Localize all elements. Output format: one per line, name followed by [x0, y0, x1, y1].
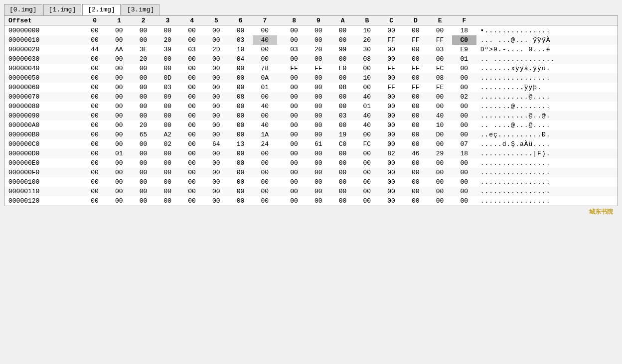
hex-cell[interactable]: 00 [204, 54, 228, 64]
hex-cell[interactable]: 00 [428, 168, 452, 177]
hex-cell[interactable]: 00 [253, 196, 277, 206]
hex-cell[interactable]: 00 [379, 196, 404, 206]
hex-cell[interactable]: 00 [330, 102, 355, 111]
hex-cell[interactable]: 00 [83, 26, 107, 36]
hex-cell[interactable]: 20 [156, 35, 180, 45]
hex-cell[interactable]: 00 [428, 177, 452, 187]
hex-cell[interactable]: 00 [306, 196, 330, 206]
hex-cell[interactable]: 00 [107, 121, 131, 130]
hex-cell[interactable]: FF [403, 83, 428, 92]
tab-3img[interactable]: [3.img] [122, 4, 160, 15]
hex-cell[interactable]: 00 [107, 158, 131, 168]
hex-cell[interactable]: 00 [156, 149, 180, 158]
hex-cell[interactable]: 00 [379, 187, 404, 196]
hex-cell[interactable]: 00 [330, 177, 355, 187]
hex-cell[interactable]: 00 [403, 187, 428, 196]
hex-cell[interactable]: 00 [379, 121, 404, 130]
hex-cell[interactable]: E9 [452, 45, 476, 54]
hex-cell[interactable]: 39 [156, 45, 180, 54]
hex-cell[interactable]: 00 [204, 177, 228, 187]
hex-cell[interactable]: FF [379, 64, 404, 73]
hex-cell[interactable]: 00 [107, 102, 131, 111]
hex-cell[interactable]: 00 [452, 64, 476, 73]
hex-cell[interactable]: 29 [428, 149, 452, 158]
hex-cell[interactable]: 00 [228, 73, 253, 83]
hex-cell[interactable]: 00 [428, 158, 452, 168]
hex-cell[interactable]: 00 [204, 121, 228, 130]
hex-cell[interactable]: 00 [452, 168, 476, 177]
hex-cell[interactable]: 00 [228, 168, 253, 177]
hex-cell[interactable]: FE [428, 83, 452, 92]
hex-cell[interactable]: 00 [253, 168, 277, 177]
hex-cell[interactable]: 00 [282, 187, 307, 196]
hex-cell[interactable]: 40 [428, 111, 452, 121]
hex-cell[interactable]: 00 [107, 177, 131, 187]
hex-cell[interactable]: 00 [330, 54, 355, 64]
hex-cell[interactable]: 00 [180, 92, 204, 102]
hex-cell[interactable]: 20 [355, 35, 379, 45]
hex-cell[interactable]: FF [282, 64, 307, 73]
hex-cell[interactable]: 00 [180, 83, 204, 92]
hex-cell[interactable]: 08 [355, 54, 379, 64]
hex-cell[interactable]: 00 [452, 158, 476, 168]
hex-cell[interactable]: 08 [330, 83, 355, 92]
hex-cell[interactable]: 00 [428, 54, 452, 64]
hex-cell[interactable]: 00 [204, 196, 228, 206]
hex-cell[interactable]: 00 [204, 26, 228, 36]
hex-cell[interactable]: 00 [83, 168, 107, 177]
hex-cell[interactable]: 01 [355, 102, 379, 111]
hex-cell[interactable]: 00 [131, 83, 156, 92]
hex-cell[interactable]: 64 [204, 139, 228, 149]
hex-cell[interactable]: 00 [204, 92, 228, 102]
hex-cell[interactable]: 00 [282, 92, 307, 102]
hex-cell[interactable]: 00 [156, 54, 180, 64]
hex-cell[interactable]: 00 [180, 158, 204, 168]
hex-cell[interactable]: 00 [228, 102, 253, 111]
hex-cell[interactable]: 00 [355, 187, 379, 196]
hex-cell[interactable]: 00 [156, 102, 180, 111]
hex-cell[interactable]: 00 [306, 92, 330, 102]
hex-cell[interactable]: 00 [330, 187, 355, 196]
hex-cell[interactable]: 00 [306, 35, 330, 45]
hex-cell[interactable]: 00 [428, 187, 452, 196]
hex-cell[interactable]: 00 [452, 73, 476, 83]
hex-cell[interactable]: 00 [403, 158, 428, 168]
hex-cell[interactable]: 40 [355, 92, 379, 102]
hex-cell[interactable]: 00 [253, 187, 277, 196]
hex-cell[interactable]: 08 [228, 92, 253, 102]
hex-cell[interactable]: 00 [330, 92, 355, 102]
hex-cell[interactable]: 00 [428, 102, 452, 111]
hex-cell[interactable]: 18 [452, 26, 476, 36]
hex-cell[interactable]: 00 [131, 111, 156, 121]
hex-cell[interactable]: 40 [253, 35, 277, 45]
hex-cell[interactable]: 40 [253, 102, 277, 111]
hex-cell[interactable]: FF [379, 35, 404, 45]
hex-cell[interactable]: 03 [156, 83, 180, 92]
hex-cell[interactable]: 00 [306, 149, 330, 158]
hex-cell[interactable]: FF [379, 83, 404, 92]
hex-cell[interactable]: 04 [228, 54, 253, 64]
hex-cell[interactable]: 00 [131, 64, 156, 73]
hex-cell[interactable]: 00 [83, 149, 107, 158]
hex-cell[interactable]: 00 [379, 102, 404, 111]
hex-cell[interactable]: 03 [282, 45, 307, 54]
hex-cell[interactable]: 00 [330, 26, 355, 36]
hex-cell[interactable]: 00 [355, 130, 379, 139]
hex-cell[interactable]: 00 [306, 83, 330, 92]
hex-cell[interactable]: 00 [156, 121, 180, 130]
hex-cell[interactable]: 00 [204, 111, 228, 121]
hex-cell[interactable]: 00 [306, 73, 330, 83]
hex-cell[interactable]: 00 [428, 26, 452, 36]
hex-cell[interactable]: 00 [131, 102, 156, 111]
hex-cell[interactable]: 00 [330, 73, 355, 83]
hex-cell[interactable]: 00 [83, 196, 107, 206]
hex-cell[interactable]: 40 [253, 121, 277, 130]
hex-cell[interactable]: 00 [330, 158, 355, 168]
hex-cell[interactable]: 00 [379, 158, 404, 168]
hex-cell[interactable]: 00 [452, 111, 476, 121]
hex-cell[interactable]: 00 [83, 177, 107, 187]
hex-cell[interactable]: 00 [253, 158, 277, 168]
hex-cell[interactable]: 00 [107, 196, 131, 206]
hex-cell[interactable]: 00 [330, 121, 355, 130]
hex-cell[interactable]: 00 [306, 187, 330, 196]
